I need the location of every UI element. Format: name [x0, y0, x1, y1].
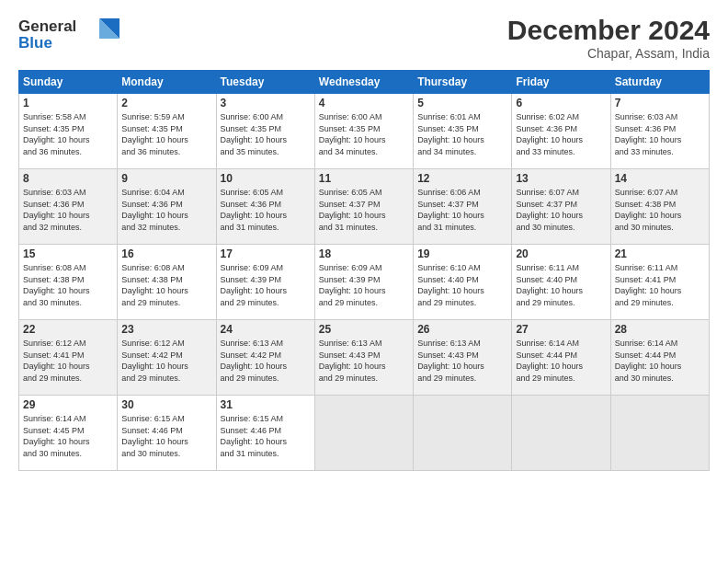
calendar-cell: 10Sunrise: 6:05 AM Sunset: 4:36 PM Dayli…	[216, 169, 314, 245]
day-info: Sunrise: 6:07 AM Sunset: 4:37 PM Dayligh…	[516, 187, 606, 233]
day-number: 26	[417, 323, 507, 336]
header-monday: Monday	[118, 71, 216, 94]
day-info: Sunrise: 6:01 AM Sunset: 4:35 PM Dayligh…	[417, 111, 507, 157]
calendar-cell: 13Sunrise: 6:07 AM Sunset: 4:37 PM Dayli…	[512, 169, 610, 245]
calendar-cell: 21Sunrise: 6:11 AM Sunset: 4:41 PM Dayli…	[610, 245, 709, 320]
calendar-cell: 1Sunrise: 5:58 AM Sunset: 4:35 PM Daylig…	[19, 94, 118, 169]
day-number: 23	[121, 323, 211, 336]
day-info: Sunrise: 6:08 AM Sunset: 4:38 PM Dayligh…	[121, 262, 211, 308]
day-info: Sunrise: 6:04 AM Sunset: 4:36 PM Dayligh…	[121, 187, 211, 233]
day-number: 12	[417, 172, 507, 185]
day-info: Sunrise: 6:12 AM Sunset: 4:41 PM Dayligh…	[23, 338, 113, 384]
day-info: Sunrise: 6:14 AM Sunset: 4:44 PM Dayligh…	[516, 338, 606, 384]
day-number: 22	[23, 323, 113, 336]
day-number: 25	[319, 323, 409, 336]
day-number: 24	[221, 323, 311, 336]
day-info: Sunrise: 6:13 AM Sunset: 4:43 PM Dayligh…	[319, 338, 409, 384]
day-number: 18	[319, 247, 409, 260]
calendar-cell: 27Sunrise: 6:14 AM Sunset: 4:44 PM Dayli…	[512, 320, 610, 396]
day-number: 17	[221, 247, 311, 260]
day-info: Sunrise: 6:05 AM Sunset: 4:36 PM Dayligh…	[221, 187, 311, 233]
calendar-cell: 4Sunrise: 6:00 AM Sunset: 4:35 PM Daylig…	[314, 94, 413, 169]
day-info: Sunrise: 6:09 AM Sunset: 4:39 PM Dayligh…	[319, 262, 409, 308]
header-sunday: Sunday	[19, 71, 118, 94]
calendar-cell: 24Sunrise: 6:13 AM Sunset: 4:42 PM Dayli…	[216, 320, 314, 396]
day-info: Sunrise: 6:00 AM Sunset: 4:35 PM Dayligh…	[221, 111, 311, 157]
day-info: Sunrise: 6:00 AM Sunset: 4:35 PM Dayligh…	[319, 111, 409, 157]
page: General Blue December 2024 Chapar, Assam…	[0, 0, 728, 563]
day-info: Sunrise: 6:15 AM Sunset: 4:46 PM Dayligh…	[221, 413, 311, 459]
calendar-cell: 11Sunrise: 6:05 AM Sunset: 4:37 PM Dayli…	[314, 169, 413, 245]
calendar-cell: 25Sunrise: 6:13 AM Sunset: 4:43 PM Dayli…	[314, 320, 413, 396]
day-info: Sunrise: 6:06 AM Sunset: 4:37 PM Dayligh…	[417, 187, 507, 233]
day-info: Sunrise: 5:59 AM Sunset: 4:35 PM Dayligh…	[121, 111, 211, 157]
title-block: December 2024 Chapar, Assam, India	[507, 15, 710, 61]
calendar-cell: 30Sunrise: 6:15 AM Sunset: 4:46 PM Dayli…	[118, 396, 216, 471]
day-number: 6	[516, 97, 606, 109]
calendar-cell: 20Sunrise: 6:11 AM Sunset: 4:40 PM Dayli…	[512, 245, 610, 320]
day-info: Sunrise: 6:12 AM Sunset: 4:42 PM Dayligh…	[121, 338, 211, 384]
svg-text:General: General	[18, 17, 76, 35]
calendar-week-1: 8Sunrise: 6:03 AM Sunset: 4:36 PM Daylig…	[19, 169, 710, 245]
day-info: Sunrise: 5:58 AM Sunset: 4:35 PM Dayligh…	[23, 111, 113, 157]
calendar-cell: 19Sunrise: 6:10 AM Sunset: 4:40 PM Dayli…	[414, 245, 512, 320]
day-info: Sunrise: 6:09 AM Sunset: 4:39 PM Dayligh…	[221, 262, 311, 308]
calendar-cell: 29Sunrise: 6:14 AM Sunset: 4:45 PM Dayli…	[19, 396, 118, 471]
header-wednesday: Wednesday	[314, 71, 413, 94]
calendar-cell	[512, 396, 610, 471]
header-thursday: Thursday	[414, 71, 512, 94]
day-number: 30	[121, 398, 211, 411]
day-info: Sunrise: 6:13 AM Sunset: 4:43 PM Dayligh…	[417, 338, 507, 384]
day-info: Sunrise: 6:13 AM Sunset: 4:42 PM Dayligh…	[221, 338, 311, 384]
day-number: 1	[23, 97, 113, 109]
calendar-cell: 3Sunrise: 6:00 AM Sunset: 4:35 PM Daylig…	[216, 94, 314, 169]
svg-text:Blue: Blue	[18, 34, 52, 52]
calendar-cell: 26Sunrise: 6:13 AM Sunset: 4:43 PM Dayli…	[414, 320, 512, 396]
calendar-week-0: 1Sunrise: 5:58 AM Sunset: 4:35 PM Daylig…	[19, 94, 710, 169]
calendar-cell: 28Sunrise: 6:14 AM Sunset: 4:44 PM Dayli…	[610, 320, 709, 396]
calendar-cell: 9Sunrise: 6:04 AM Sunset: 4:36 PM Daylig…	[118, 169, 216, 245]
calendar-week-3: 22Sunrise: 6:12 AM Sunset: 4:41 PM Dayli…	[19, 320, 710, 396]
calendar-cell: 17Sunrise: 6:09 AM Sunset: 4:39 PM Dayli…	[216, 245, 314, 320]
calendar-week-2: 15Sunrise: 6:08 AM Sunset: 4:38 PM Dayli…	[19, 245, 710, 320]
calendar-cell: 18Sunrise: 6:09 AM Sunset: 4:39 PM Dayli…	[314, 245, 413, 320]
calendar-cell: 12Sunrise: 6:06 AM Sunset: 4:37 PM Dayli…	[414, 169, 512, 245]
calendar-cell	[314, 396, 413, 471]
calendar-week-4: 29Sunrise: 6:14 AM Sunset: 4:45 PM Dayli…	[19, 396, 710, 471]
header-saturday: Saturday	[610, 71, 709, 94]
calendar-cell: 2Sunrise: 5:59 AM Sunset: 4:35 PM Daylig…	[118, 94, 216, 169]
day-info: Sunrise: 6:03 AM Sunset: 4:36 PM Dayligh…	[23, 187, 113, 233]
calendar-cell	[610, 396, 709, 471]
day-number: 16	[121, 247, 211, 260]
month-title: December 2024	[507, 15, 710, 46]
day-number: 27	[516, 323, 606, 336]
day-info: Sunrise: 6:11 AM Sunset: 4:40 PM Dayligh…	[516, 262, 606, 308]
calendar-cell: 22Sunrise: 6:12 AM Sunset: 4:41 PM Dayli…	[19, 320, 118, 396]
day-info: Sunrise: 6:05 AM Sunset: 4:37 PM Dayligh…	[319, 187, 409, 233]
day-number: 15	[23, 247, 113, 260]
day-number: 13	[516, 172, 606, 185]
day-number: 4	[319, 97, 409, 109]
calendar-cell: 6Sunrise: 6:02 AM Sunset: 4:36 PM Daylig…	[512, 94, 610, 169]
header: General Blue December 2024 Chapar, Assam…	[18, 15, 710, 61]
day-number: 19	[417, 247, 507, 260]
day-number: 31	[221, 398, 311, 411]
location: Chapar, Assam, India	[507, 46, 710, 61]
header-tuesday: Tuesday	[216, 71, 314, 94]
calendar-cell: 14Sunrise: 6:07 AM Sunset: 4:38 PM Dayli…	[610, 169, 709, 245]
calendar-cell: 5Sunrise: 6:01 AM Sunset: 4:35 PM Daylig…	[414, 94, 512, 169]
day-info: Sunrise: 6:11 AM Sunset: 4:41 PM Dayligh…	[615, 262, 705, 308]
logo-text: General Blue	[18, 15, 119, 57]
day-number: 7	[615, 97, 705, 109]
day-info: Sunrise: 6:08 AM Sunset: 4:38 PM Dayligh…	[23, 262, 113, 308]
calendar-cell	[414, 396, 512, 471]
day-number: 14	[615, 172, 705, 185]
day-number: 21	[615, 247, 705, 260]
day-info: Sunrise: 6:10 AM Sunset: 4:40 PM Dayligh…	[417, 262, 507, 308]
day-info: Sunrise: 6:07 AM Sunset: 4:38 PM Dayligh…	[615, 187, 705, 233]
day-number: 29	[23, 398, 113, 411]
day-number: 2	[121, 97, 211, 109]
calendar-cell: 23Sunrise: 6:12 AM Sunset: 4:42 PM Dayli…	[118, 320, 216, 396]
day-number: 28	[615, 323, 705, 336]
calendar-cell: 8Sunrise: 6:03 AM Sunset: 4:36 PM Daylig…	[19, 169, 118, 245]
